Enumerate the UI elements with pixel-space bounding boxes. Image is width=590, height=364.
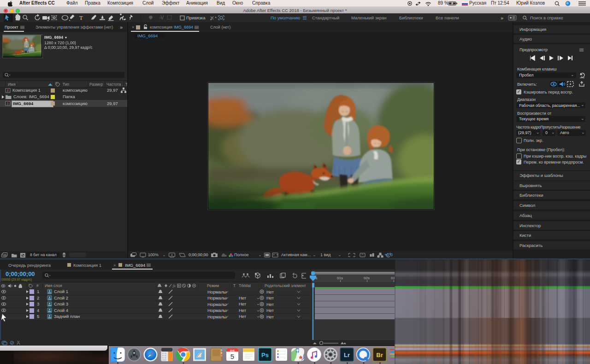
svg-text:Ps: Ps (261, 352, 269, 358)
svg-text:Библиотеки: Библиотеки (399, 15, 423, 20)
svg-text:»: » (501, 15, 503, 21)
svg-text:По умолчанию: По умолчанию (271, 15, 300, 20)
svg-text:Маленький экран: Маленький экран (351, 15, 387, 20)
svg-text:fx: fx (173, 284, 176, 288)
svg-text:Поиск в справке: Поиск в справке (530, 15, 563, 20)
svg-text:Все панели: Все панели (436, 15, 459, 20)
svg-text:5: 5 (230, 352, 234, 360)
svg-text:T: T (79, 14, 83, 21)
svg-text:Стандартный: Стандартный (312, 15, 339, 20)
svg-text:Lr: Lr (344, 352, 350, 358)
svg-text:Привязка: Привязка (186, 15, 206, 20)
svg-text:ВНБ: ВНБ (230, 349, 235, 352)
svg-text:Br: Br (376, 352, 383, 358)
